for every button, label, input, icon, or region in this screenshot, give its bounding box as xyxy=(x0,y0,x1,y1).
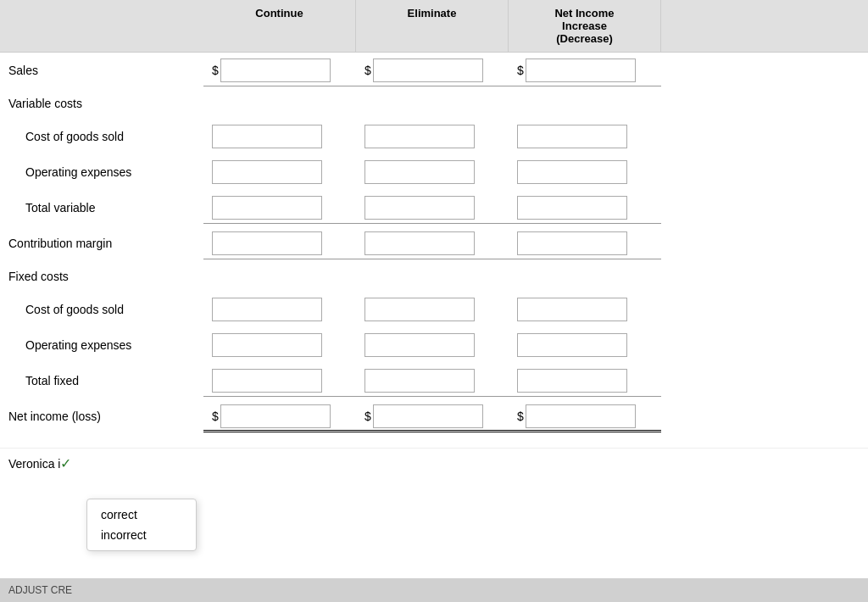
tv-eliminate-input[interactable] xyxy=(364,196,475,220)
dropdown-menu: correct incorrect xyxy=(86,499,197,551)
cogs-fixed-label: Cost of goods sold xyxy=(0,298,203,321)
tv-continue-cell xyxy=(203,192,356,224)
tf-continue-cell xyxy=(203,365,356,397)
tf-net-input[interactable] xyxy=(517,369,627,393)
tv-net-input[interactable] xyxy=(517,196,627,220)
sales-continue-cell: $ xyxy=(203,55,356,86)
eliminate-header: Eliminate xyxy=(356,0,509,52)
cm-continue-cell xyxy=(203,228,356,259)
cm-eliminate-cell xyxy=(356,228,509,259)
cogs-v-continue-input[interactable] xyxy=(212,125,322,148)
sales-label: Sales xyxy=(0,59,203,82)
vc-continue-empty xyxy=(203,100,356,107)
op-f-eliminate-input[interactable] xyxy=(364,333,475,357)
veronica-row: Veronica i ✓ xyxy=(0,448,868,478)
dollar-sign-2: $ xyxy=(364,64,371,77)
ni-net-cell: $ xyxy=(509,401,661,432)
fixed-costs-label: Fixed costs xyxy=(0,265,203,288)
sales-row: Sales $ $ $ xyxy=(0,53,868,88)
op-exp-variable-label: Operating expenses xyxy=(0,160,203,184)
checkmark-icon: ✓ xyxy=(60,455,71,471)
dollar-sign-5: $ xyxy=(364,410,371,423)
vc-net-empty xyxy=(509,100,661,107)
net-income-row: Net income (loss) $ $ $ xyxy=(0,399,868,434)
cogs-f-net-cell xyxy=(509,294,661,325)
cogs-v-eliminate-cell xyxy=(356,121,509,152)
sales-net-cell: $ xyxy=(509,55,661,86)
cogs-v-net-input[interactable] xyxy=(517,125,627,148)
op-v-net-cell xyxy=(509,157,661,187)
sales-eliminate-input[interactable] xyxy=(373,59,483,82)
fc-eliminate-empty xyxy=(356,273,509,280)
fc-net-empty xyxy=(509,273,661,280)
fc-continue-empty xyxy=(203,273,356,280)
sales-continue-input[interactable] xyxy=(220,59,331,82)
cogs-variable-label: Cost of goods sold xyxy=(0,125,203,148)
tf-continue-input[interactable] xyxy=(212,369,322,393)
ni-eliminate-input[interactable] xyxy=(373,404,483,428)
incorrect-option[interactable]: incorrect xyxy=(87,525,196,545)
cm-continue-input[interactable] xyxy=(212,231,322,255)
tf-eliminate-cell xyxy=(356,365,509,397)
op-exp-fixed-label: Operating expenses xyxy=(0,333,203,357)
cogs-variable-row: Cost of goods sold xyxy=(0,119,868,154)
col0-header xyxy=(0,0,203,52)
cogs-f-eliminate-input[interactable] xyxy=(364,298,475,321)
cogs-v-continue-cell xyxy=(203,121,356,152)
veronica-text: Veronica i xyxy=(8,457,60,471)
ni-continue-cell: $ xyxy=(203,401,356,432)
op-v-continue-input[interactable] xyxy=(212,160,322,184)
cogs-f-continue-input[interactable] xyxy=(212,298,322,321)
dollar-sign-3: $ xyxy=(517,64,524,77)
dollar-sign-4: $ xyxy=(212,410,219,423)
dollar-sign-6: $ xyxy=(517,410,524,423)
contribution-margin-label: Contribution margin xyxy=(0,231,203,255)
cogs-f-continue-cell xyxy=(203,294,356,325)
tv-continue-input[interactable] xyxy=(212,196,322,220)
variable-costs-header: Variable costs xyxy=(0,88,868,119)
tv-net-cell xyxy=(509,192,661,224)
tf-eliminate-input[interactable] xyxy=(364,369,475,393)
ni-continue-input[interactable] xyxy=(220,404,331,428)
tf-net-cell xyxy=(509,365,661,397)
dollar-sign-1: $ xyxy=(212,64,219,77)
op-v-eliminate-input[interactable] xyxy=(364,160,475,184)
ni-net-input[interactable] xyxy=(526,404,636,428)
variable-costs-label: Variable costs xyxy=(0,92,203,115)
cogs-f-net-input[interactable] xyxy=(517,298,627,321)
cm-net-cell xyxy=(509,228,661,259)
sales-net-input[interactable] xyxy=(526,59,636,82)
bottom-bar: ADJUST CRE xyxy=(0,578,868,602)
op-f-eliminate-cell xyxy=(356,330,509,360)
cm-net-input[interactable] xyxy=(517,231,627,255)
tv-eliminate-cell xyxy=(356,192,509,224)
table-header: Continue Eliminate Net IncomeIncrease(De… xyxy=(0,0,868,53)
total-variable-row: Total variable xyxy=(0,190,868,226)
total-variable-label: Total variable xyxy=(0,196,203,220)
op-exp-fixed-row: Operating expenses xyxy=(0,327,868,363)
op-v-continue-cell xyxy=(203,157,356,187)
op-v-net-input[interactable] xyxy=(517,160,627,184)
vc-eliminate-empty xyxy=(356,100,509,107)
bottom-bar-text: ADJUST CRE xyxy=(8,584,72,596)
op-f-net-cell xyxy=(509,330,661,360)
op-f-continue-input[interactable] xyxy=(212,333,322,357)
net-income-header: Net IncomeIncrease(Decrease) xyxy=(509,0,661,52)
op-exp-variable-row: Operating expenses xyxy=(0,154,868,190)
total-fixed-label: Total fixed xyxy=(0,369,203,393)
ni-eliminate-cell: $ xyxy=(356,401,509,432)
total-fixed-row: Total fixed xyxy=(0,363,868,399)
op-f-continue-cell xyxy=(203,330,356,360)
correct-option[interactable]: correct xyxy=(87,504,196,525)
fixed-costs-header: Fixed costs xyxy=(0,261,868,292)
net-income-label: Net income (loss) xyxy=(0,404,203,428)
op-f-net-input[interactable] xyxy=(517,333,627,357)
contribution-margin-row: Contribution margin xyxy=(0,226,868,261)
cogs-fixed-row: Cost of goods sold xyxy=(0,292,868,327)
spacer xyxy=(0,434,868,448)
cogs-v-eliminate-input[interactable] xyxy=(364,125,475,148)
cogs-f-eliminate-cell xyxy=(356,294,509,325)
sales-eliminate-cell: $ xyxy=(356,55,509,86)
cm-eliminate-input[interactable] xyxy=(364,231,475,255)
cogs-v-net-cell xyxy=(509,121,661,152)
